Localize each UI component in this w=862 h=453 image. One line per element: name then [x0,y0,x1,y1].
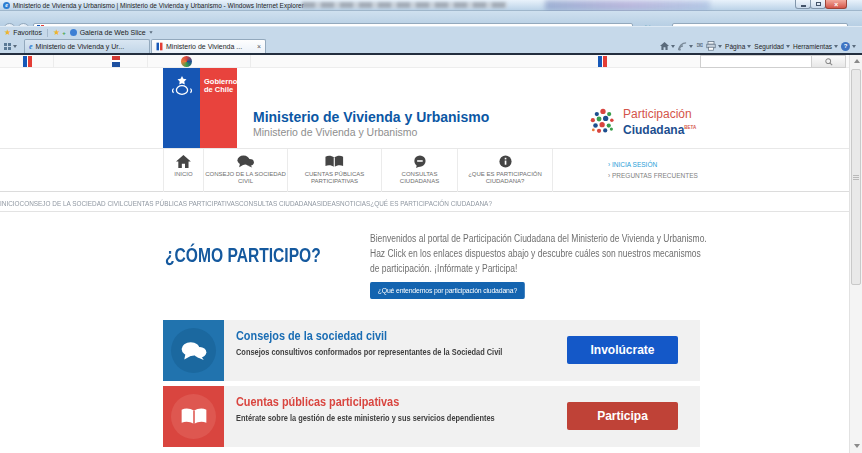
tools-menu-label: Herramientas [793,43,832,50]
gov-link-dots-icon[interactable] [181,56,192,67]
scrollbar-thumb[interactable] [851,69,861,285]
security-menu[interactable]: Seguridad [754,43,790,50]
page-content: Gobierno de Chile Ministerio de Vivienda… [0,55,862,453]
card-title[interactable]: Cuentas públicas participativas [236,395,399,409]
home-icon [176,155,191,168]
tools-menu[interactable]: Herramientas [793,43,838,50]
brand-line2: Ciudadana [623,123,684,137]
nav-item-que-es-participacion[interactable]: ¿QUE ES PARTICIPACIÓN CIUDADANA? [457,149,553,192]
site-search [700,55,846,68]
nav-item-consejo-sociedad-civil[interactable]: CONSEJO DE LA SOCIEDAD CIVIL [203,149,287,192]
card-title[interactable]: Consejos de la sociedad civil [236,329,387,343]
chat-bubbles-icon [171,328,216,373]
participacion-ciudadana-logo: Participación CiudadanaBETA [588,107,696,137]
close-button[interactable]: × [825,0,847,9]
card-description: Entérate sobre la gestión de este minist… [236,412,495,423]
page-scrollbar[interactable] [849,55,862,453]
blurred-background-text [302,2,507,8]
help-dropdown-icon [852,45,856,48]
chat-bubbles-icon [237,155,254,168]
tab-favicon-icon [157,43,163,51]
print-dropdown-icon [718,45,722,48]
feeds-dropdown-icon [689,45,693,48]
tab-label: Ministerio de Vivienda y Ur... [36,43,125,50]
home-dropdown-icon [671,45,675,48]
blurred-background-window [545,0,710,10]
site-search-input[interactable] [701,56,811,67]
divider [53,55,54,68]
search-icon [825,58,833,66]
quick-tabs-dropdown-icon [13,45,17,48]
hero-heading: ¿CÓMO PARTICIPO? [165,244,321,267]
rss-icon [678,42,687,51]
feeds-button[interactable] [678,42,693,51]
webslice-dropdown-icon[interactable] [149,31,152,33]
main-navigation: INICIO CONSEJO DE LA SOCIEDAD CIVIL CUEN… [0,148,862,192]
overflow-menu-text: INICIOCONSEJO DE LA SOCIEDAD CIVILCUENTA… [0,194,492,212]
site-title: Ministerio de Vivienda y Urbanismo [253,109,489,125]
printer-icon [706,41,716,51]
home-icon [660,42,669,50]
logo-red-half: Gobierno de Chile [200,68,237,148]
webslice-button[interactable]: Galería de Web Slice [80,29,146,36]
participa-button[interactable]: Participa [567,402,678,430]
favorites-button[interactable]: Favoritos [13,29,42,36]
tab-label: Ministerio de Vivienda ... [166,43,242,50]
add-favorite-plus-icon: + [62,30,66,36]
nav-item-cuentas-publicas[interactable]: CUENTAS PÚBLICAS PARTICIPATIVAS [287,149,381,192]
window-controls: × [796,0,847,9]
site-subtitle: Ministerio de Vivienda y Urbanismo [253,126,417,138]
thumb-grip-icon [853,175,859,180]
site-search-button[interactable] [811,56,845,67]
page-menu-label: Página [725,43,745,50]
info-icon [499,155,512,168]
scroll-down-button[interactable] [851,440,862,452]
add-favorite-icon[interactable]: ★ [53,29,60,37]
open-book-icon [171,394,216,439]
card-icon-block [163,386,224,447]
beta-badge: BETA [684,125,696,130]
security-dropdown-icon [786,45,790,48]
ie-page-icon: e [29,43,33,51]
gov-top-bar [0,55,849,68]
gov-link-flag-icon[interactable] [23,56,32,67]
overflow-menu-line: INICIOCONSEJO DE LA SOCIEDAD CIVILCUENTA… [0,192,849,212]
divider [147,55,148,68]
gobierno-de-chile-logo[interactable]: Gobierno de Chile [163,68,237,148]
print-button[interactable] [706,41,722,51]
mail-icon: ✉ [696,42,703,50]
divider [250,55,251,68]
faq-link[interactable]: PREGUNTAS FRECUENTES [608,170,698,181]
tab-inactive[interactable]: e Ministerio de Vivienda y Ur... [24,39,150,53]
page-menu[interactable]: Página [725,43,751,50]
read-mail-button[interactable]: ✉ [696,42,703,50]
maximize-button[interactable] [810,0,826,9]
coat-of-arms-icon [169,74,195,98]
nav-item-inicio[interactable]: INICIO [163,149,203,192]
address-toolbar: http://participacionciudadana.minvu.cl/ … [0,11,862,26]
ie-logo-icon: e [3,2,10,9]
tab-close-icon[interactable]: × [253,43,261,50]
triangle-down-icon [854,444,860,448]
tab-active[interactable]: Ministerio de Vivienda ... × [151,39,266,53]
quick-tabs-button[interactable] [4,41,24,51]
session-links: INICIA SESIÓN PREGUNTAS FRECUENTES [608,159,698,181]
gov-link-emblem-icon[interactable] [112,56,120,67]
brand-line1: Participación [623,107,692,121]
tab-bar: e Ministerio de Vivienda y Ur... Ministe… [0,38,862,53]
minimize-button[interactable] [795,0,811,9]
logo-blue-half [163,68,200,148]
window-title: Ministerio de Vivienda y Urbanismo | Min… [13,0,304,11]
security-menu-label: Seguridad [754,43,784,50]
hero-info-button[interactable]: ¿Qué entendemos por participación ciudad… [370,282,525,299]
home-button[interactable] [660,42,675,50]
dots-cluster-icon [588,107,618,137]
comment-icon [413,155,427,168]
login-link[interactable]: INICIA SESIÓN [608,159,698,170]
logo-text-line2: de Chile [204,85,233,94]
nav-item-consultas-ciudadanas[interactable]: CONSULTAS CIUDADANAS [381,149,457,192]
gov-link-minvu-icon[interactable] [598,56,607,67]
help-button[interactable]: ? [841,42,856,51]
scroll-up-button[interactable] [851,55,862,67]
involucrate-button[interactable]: Involúcrate [567,336,678,364]
